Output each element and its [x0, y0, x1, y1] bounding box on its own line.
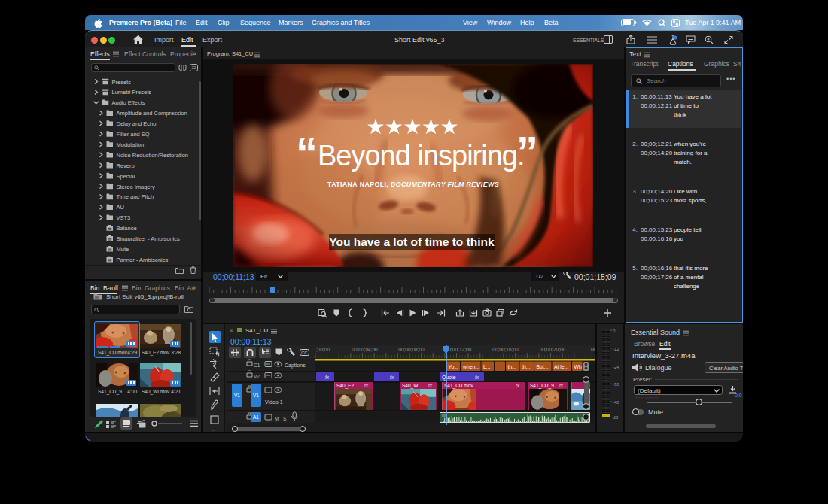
svg-text:Stereo Imagery: Stereo Imagery: [117, 184, 156, 190]
svg-text:th...: th...: [508, 364, 516, 369]
svg-text:Beyond inspiring.: Beyond inspiring.: [318, 140, 525, 172]
svg-text:At le...: At le...: [554, 364, 568, 369]
svg-text:Amplitude and Compression: Amplitude and Compression: [117, 110, 187, 117]
svg-text:Wh: Wh: [574, 364, 582, 369]
svg-text:Modulation: Modulation: [117, 141, 145, 148]
svg-text:VST3: VST3: [117, 214, 131, 221]
svg-text:Special: Special: [117, 173, 135, 180]
svg-text:-48: -48: [613, 400, 619, 405]
svg-text:-12: -12: [613, 347, 619, 351]
svg-text:“: “: [296, 128, 318, 177]
svg-text:Panner - Ambisonics: Panner - Ambisonics: [117, 257, 169, 263]
svg-text:Time and Pitch: Time and Pitch: [117, 193, 154, 200]
svg-text:Lumetri Presets: Lumetri Presets: [112, 89, 152, 96]
svg-text:Balance: Balance: [117, 225, 137, 232]
svg-text:But...: But...: [537, 364, 549, 369]
svg-text:Binauralizer - Ambisonics: Binauralizer - Ambisonics: [117, 235, 180, 242]
svg-text:Presets: Presets: [112, 79, 132, 86]
svg-text:when...: when...: [462, 364, 479, 369]
svg-text:Mute: Mute: [117, 246, 129, 253]
svg-text:Noise Reduction/Restoration: Noise Reduction/Restoration: [117, 152, 188, 159]
svg-text:-36: -36: [613, 382, 619, 387]
svg-text:Audio Effects: Audio Effects: [112, 99, 145, 106]
svg-text:”: ”: [516, 127, 538, 176]
svg-text:fx: fx: [475, 375, 479, 380]
svg-text:fx: fx: [325, 375, 330, 380]
svg-text:th...: th...: [522, 364, 530, 369]
svg-text:fx: fx: [390, 375, 394, 380]
svg-text:32: 32: [191, 65, 196, 70]
svg-text:Delay and Echo: Delay and Echo: [117, 120, 157, 127]
svg-text:CC: CC: [301, 351, 308, 355]
svg-text:L...: L...: [483, 364, 491, 369]
svg-text:dB: dB: [613, 415, 618, 420]
svg-text:TATIANA NAPOLI, DOCUMENTARY FI: TATIANA NAPOLI, DOCUMENTARY FILM REVIEWS: [327, 181, 499, 188]
svg-text:0: 0: [613, 329, 616, 333]
svg-text:Quote: Quote: [442, 375, 456, 381]
svg-text:Reverb: Reverb: [117, 162, 135, 169]
svg-text:-24: -24: [613, 365, 619, 369]
svg-text:AU: AU: [117, 204, 124, 211]
svg-text:Filter and EQ: Filter and EQ: [117, 131, 150, 138]
svg-text:Yo...: Yo...: [449, 364, 458, 369]
svg-text:You have a lot of time to thin: You have a lot of time to think: [329, 235, 495, 248]
